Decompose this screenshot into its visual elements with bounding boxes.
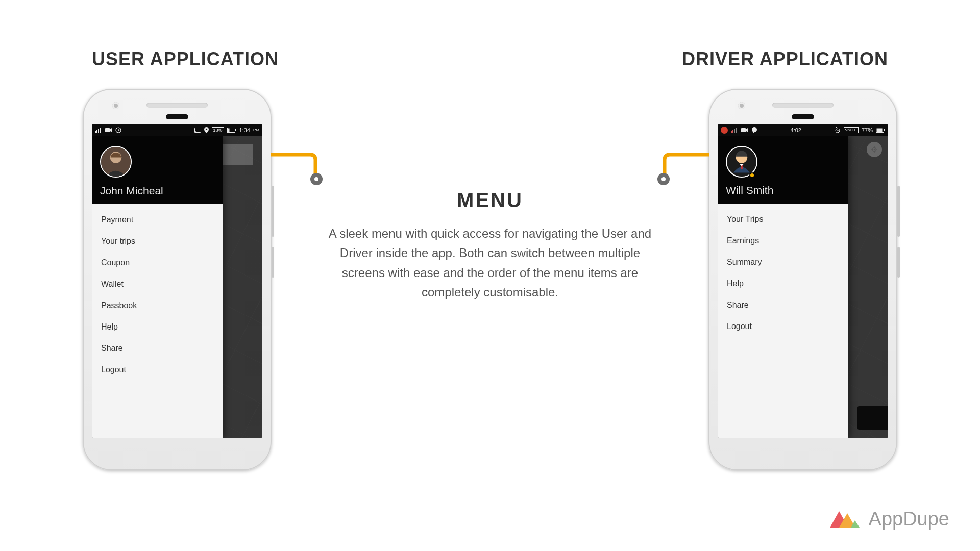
video-icon xyxy=(105,128,112,133)
driver-screen: 4:02 VoLTE 77% xyxy=(718,124,888,438)
cast-icon xyxy=(194,128,201,133)
phone-home-pill xyxy=(166,114,188,119)
driver-app-title: DRIVER APPLICATION xyxy=(682,48,888,70)
svg-point-7 xyxy=(206,129,207,130)
svg-rect-15 xyxy=(734,129,735,133)
svg-rect-9 xyxy=(228,129,229,132)
svg-rect-21 xyxy=(877,129,883,132)
driver-phone-mockup: 4:02 VoLTE 77% xyxy=(708,89,897,470)
svg-rect-16 xyxy=(736,128,737,133)
menu-item-coupon[interactable]: Coupon xyxy=(92,252,223,273)
menu-item-logout[interactable]: Logout xyxy=(92,359,223,381)
svg-point-31 xyxy=(662,177,666,181)
signal-icon xyxy=(731,128,738,133)
hardware-power-button xyxy=(272,247,274,278)
clock-icon xyxy=(115,127,121,133)
menu-item-share[interactable]: Share xyxy=(718,294,848,316)
menu-item-help[interactable]: Help xyxy=(92,316,223,338)
volte-badge: VoLTE xyxy=(844,127,859,133)
signal-icon xyxy=(95,128,102,133)
menu-item-your-trips[interactable]: Your trips xyxy=(92,231,223,252)
user-avatar[interactable] xyxy=(100,146,132,178)
svg-rect-3 xyxy=(100,128,101,133)
feature-description: A sleek menu with quick access for navig… xyxy=(327,224,653,303)
status-bar: 18% 1:34 PM xyxy=(92,124,262,136)
battery-percent-label: 18% xyxy=(212,127,224,133)
feature-description-block: MENU A sleek menu with quick access for … xyxy=(327,189,653,303)
phone-front-camera-icon xyxy=(738,102,745,109)
menu-item-passbook[interactable]: Passbook xyxy=(92,295,223,316)
driver-status-card[interactable] xyxy=(857,406,888,430)
svg-point-18 xyxy=(752,127,757,132)
brand-name: AppDupe xyxy=(869,508,949,530)
user-profile-name: John Micheal xyxy=(100,185,214,197)
user-drawer-header: John Micheal xyxy=(92,136,223,204)
video-icon xyxy=(741,128,748,133)
battery-icon xyxy=(227,128,236,133)
hardware-power-button xyxy=(897,247,900,278)
hardware-volume-button xyxy=(272,186,274,237)
svg-rect-4 xyxy=(105,128,110,132)
status-time: 1:34 xyxy=(239,127,250,133)
svg-rect-22 xyxy=(884,129,885,131)
user-side-menu: John Micheal Payment Your trips Coupon W… xyxy=(92,136,223,438)
phone-front-camera-icon xyxy=(112,102,119,109)
driver-drawer-header: Will Smith xyxy=(718,136,848,204)
chat-icon xyxy=(751,127,757,133)
status-time: 4:02 xyxy=(791,127,801,133)
menu-item-share[interactable]: Share xyxy=(92,338,223,359)
status-time-ampm: PM xyxy=(253,128,259,132)
user-screen: 18% 1:34 PM John Mi xyxy=(92,124,262,438)
svg-rect-0 xyxy=(95,131,96,133)
svg-rect-10 xyxy=(235,129,236,131)
svg-rect-2 xyxy=(98,129,99,133)
user-menu-list: Payment Your trips Coupon Wallet Passboo… xyxy=(92,204,223,386)
driver-menu-list: Your Trips Earnings Summary Help Share L… xyxy=(718,204,848,342)
menu-item-summary[interactable]: Summary xyxy=(718,252,848,273)
menu-item-help[interactable]: Help xyxy=(718,273,848,294)
hardware-volume-button xyxy=(897,186,900,237)
user-phone-mockup: 18% 1:34 PM John Mi xyxy=(83,89,272,470)
status-bar: 4:02 VoLTE 77% xyxy=(718,124,888,136)
connector-right xyxy=(643,151,709,186)
menu-item-earnings[interactable]: Earnings xyxy=(718,230,848,252)
appdupe-mark-icon xyxy=(830,507,860,531)
svg-rect-14 xyxy=(732,130,733,133)
location-pin-icon xyxy=(204,127,209,133)
menu-item-payment[interactable]: Payment xyxy=(92,209,223,231)
my-location-button[interactable] xyxy=(867,142,882,157)
svg-rect-17 xyxy=(741,128,746,132)
online-status-dot-icon xyxy=(749,172,755,178)
battery-percent-label: 77% xyxy=(862,127,873,133)
driver-side-menu: Will Smith Your Trips Earnings Summary H… xyxy=(718,136,848,438)
svg-point-29 xyxy=(314,177,318,181)
phone-speaker-icon xyxy=(146,103,208,108)
alarm-icon xyxy=(835,127,841,133)
phone-home-pill xyxy=(792,114,814,119)
svg-rect-13 xyxy=(731,131,732,133)
svg-point-28 xyxy=(310,173,323,185)
driver-profile-name: Will Smith xyxy=(726,184,840,196)
svg-point-30 xyxy=(657,173,670,185)
svg-rect-1 xyxy=(96,130,97,133)
svg-point-24 xyxy=(874,149,874,149)
brand-logo: AppDupe xyxy=(830,507,949,531)
feature-title: MENU xyxy=(327,189,653,212)
phone-speaker-icon xyxy=(772,103,834,108)
menu-item-logout[interactable]: Logout xyxy=(718,316,848,337)
user-app-title: USER APPLICATION xyxy=(92,48,279,70)
battery-icon xyxy=(876,128,885,133)
connector-left xyxy=(271,151,337,186)
menu-item-your-trips[interactable]: Your Trips xyxy=(718,209,848,230)
carrier-badge-icon xyxy=(721,127,728,134)
menu-item-wallet[interactable]: Wallet xyxy=(92,273,223,295)
